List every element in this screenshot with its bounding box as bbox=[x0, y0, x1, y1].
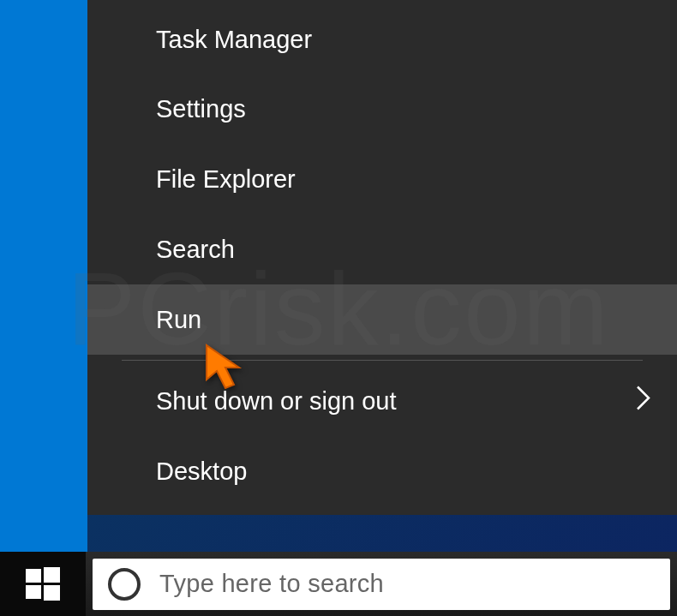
menu-item-file-explorer[interactable]: File Explorer bbox=[87, 144, 677, 214]
windows-logo-icon bbox=[26, 567, 60, 601]
menu-item-label: Shut down or sign out bbox=[156, 387, 397, 416]
taskbar-search-box[interactable]: Type here to search bbox=[93, 559, 670, 610]
menu-item-shutdown-signout[interactable]: Shut down or sign out bbox=[87, 366, 677, 436]
svg-rect-1 bbox=[44, 567, 60, 583]
menu-item-search[interactable]: Search bbox=[87, 214, 677, 284]
menu-item-desktop[interactable]: Desktop bbox=[87, 436, 677, 506]
menu-item-label: Search bbox=[156, 236, 235, 264]
svg-rect-3 bbox=[44, 585, 60, 601]
menu-item-label: Desktop bbox=[156, 458, 247, 486]
start-button[interactable] bbox=[0, 552, 86, 616]
taskbar: Type here to search bbox=[0, 552, 677, 616]
search-placeholder: Type here to search bbox=[159, 570, 384, 598]
menu-item-label: Settings bbox=[156, 95, 246, 123]
desktop-left-strip bbox=[0, 0, 87, 616]
svg-rect-2 bbox=[26, 585, 41, 599]
menu-item-label: Task Manager bbox=[156, 26, 312, 54]
menu-item-task-manager[interactable]: Task Manager bbox=[87, 0, 677, 74]
winx-context-menu: Task Manager Settings File Explorer Sear… bbox=[87, 0, 677, 515]
menu-item-label: Run bbox=[156, 306, 201, 334]
menu-item-settings[interactable]: Settings bbox=[87, 74, 677, 144]
search-icon bbox=[108, 568, 141, 601]
menu-divider bbox=[122, 360, 643, 361]
chevron-right-icon bbox=[636, 386, 651, 417]
menu-item-run[interactable]: Run bbox=[87, 284, 677, 355]
menu-item-label: File Explorer bbox=[156, 165, 296, 194]
svg-rect-0 bbox=[26, 569, 41, 583]
